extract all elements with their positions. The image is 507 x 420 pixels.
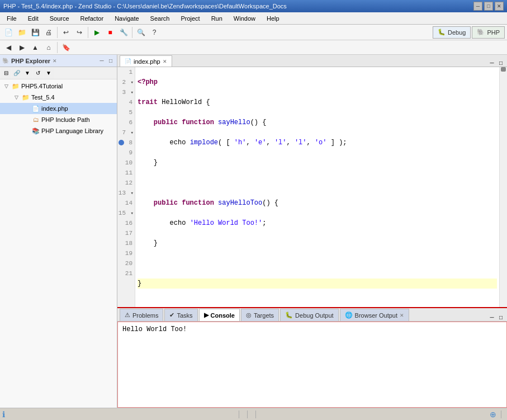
token: } [138, 158, 158, 168]
line-7: 7▾ [117, 128, 135, 138]
menu-item-help[interactable]: Help [262, 14, 284, 23]
editor-minimize-button[interactable]: ─ [488, 59, 496, 67]
link-editor-button[interactable]: 🔗 [12, 68, 22, 78]
save-button[interactable]: 💾 [29, 26, 41, 39]
tab-close-button[interactable]: ✕ [163, 59, 167, 64]
token: , [287, 138, 295, 148]
token [138, 117, 154, 128]
bottom-maximize-button[interactable]: □ [497, 313, 505, 321]
back-button[interactable]: ◀ [2, 41, 15, 54]
forward-button[interactable]: ▶ [16, 41, 28, 54]
token: ( [ [218, 138, 234, 148]
menu-item-navigate[interactable]: Navigate [110, 14, 143, 23]
browser-output-icon: 🌐 [345, 312, 353, 319]
editor-maximize-button[interactable]: □ [497, 59, 505, 67]
sidebar-header: 🐘 PHP Explorer ✕ ─ □ [0, 55, 117, 67]
bottom-panel: ⚠ Problems ✔ Tasks ▶ Console ◎ Targets 🐛 [117, 307, 507, 408]
menu-item-search[interactable]: Search [146, 14, 174, 23]
menu-item-run[interactable]: Run [207, 14, 227, 23]
help-button[interactable]: ? [148, 26, 160, 39]
print-button[interactable]: 🖨 [42, 26, 55, 39]
expand-placeholder [22, 105, 30, 112]
sidebar-item-php54tutorial[interactable]: ▽ 📁 PHP5.4Tutorial [0, 81, 117, 92]
php-mode-button[interactable]: 🐘 PHP [472, 26, 505, 39]
undo-button[interactable]: ↩ [60, 26, 72, 39]
bookmark-button[interactable]: 🔖 [60, 41, 72, 54]
tab-debug-output[interactable]: 🐛 Debug Output [280, 309, 339, 321]
code-row-2: trait HelloWorld { [138, 97, 497, 107]
tab-label: Targets [254, 312, 274, 319]
tab-problems[interactable]: ⚠ Problems [120, 309, 163, 321]
line-5: 5 [117, 107, 135, 117]
collapse-all-button[interactable]: ⊟ [1, 68, 11, 78]
lib-icon: 📚 [31, 126, 40, 135]
sidebar-item-include-path[interactable]: 🗂 PHP Include Path [0, 114, 117, 125]
up-button[interactable]: ▲ [29, 41, 41, 54]
filter-button[interactable]: ▼ [22, 68, 32, 78]
menu-item-project[interactable]: Project [176, 14, 204, 23]
code-content[interactable]: <?php trait HelloWorld { public function… [135, 67, 499, 307]
code-row-3: public function sayHello() { [138, 117, 497, 128]
menu-item-edit[interactable]: Edit [23, 14, 43, 23]
more-button[interactable]: ▼ [44, 68, 54, 78]
sep3 [132, 27, 132, 38]
tab-close-icon: ✕ [400, 313, 404, 318]
code-scrollbar[interactable] [499, 67, 507, 307]
token: echo [138, 218, 190, 228]
search-button[interactable]: 🔍 [135, 26, 147, 39]
sidebar-item-indexphp[interactable]: 📄 index.php [0, 103, 117, 114]
close-button[interactable]: ✕ [495, 2, 504, 11]
expand-icon: ▽ [12, 93, 20, 101]
token: 'h' [234, 138, 247, 148]
editor-area: 📄 index.php ✕ ─ □ 1 2▾ 3▾ 4 5 6 7▾ [117, 55, 507, 307]
code-row-4: echo implode( [ 'h', 'e', 'l', 'l', 'o' … [138, 138, 497, 148]
tab-browser-output[interactable]: 🌐 Browser Output ✕ [340, 309, 409, 321]
menu-item-window[interactable]: Window [229, 14, 260, 23]
debug-mode-button[interactable]: 🐛 Debug [433, 26, 471, 39]
token: 'l' [295, 138, 307, 148]
menu-item-file[interactable]: File [2, 14, 21, 23]
php-icon: 🐘 [477, 29, 485, 36]
new-button[interactable]: 📄 [2, 26, 15, 39]
status-sep2 [247, 410, 248, 418]
sidebar-item-lang-lib[interactable]: 📚 PHP Language Library [0, 125, 117, 136]
token: trait [138, 97, 162, 107]
line-8: 8 [117, 138, 135, 148]
tab-indexphp[interactable]: 📄 index.php ✕ [120, 55, 172, 67]
tab-console[interactable]: ▶ Console [199, 309, 240, 321]
status-center [235, 410, 259, 418]
line-21: 21 [117, 268, 135, 279]
sidebar-minimize-button[interactable]: ─ [98, 57, 106, 65]
php-label: PHP [487, 29, 500, 36]
line-17: 17 [117, 228, 135, 238]
bottom-minimize-button[interactable]: ─ [488, 313, 496, 321]
tab-tasks[interactable]: ✔ Tasks [164, 309, 197, 321]
refresh-button[interactable]: ↺ [33, 68, 43, 78]
sidebar-item-test54[interactable]: ▽ 📁 Test_5.4 [0, 92, 117, 103]
debug-run-button[interactable]: 🔧 [117, 26, 130, 39]
menu-item-source[interactable]: Source [45, 14, 74, 23]
code-row-5: } [138, 158, 497, 168]
bottom-panel-controls: ─ □ [488, 313, 505, 321]
console-text: Hello World Too! [122, 325, 187, 333]
home-button[interactable]: ⌂ [42, 41, 55, 54]
open-button[interactable]: 📁 [16, 26, 28, 39]
tab-targets[interactable]: ◎ Targets [241, 309, 279, 321]
expand-icon: ▽ [2, 82, 10, 90]
maximize-button[interactable]: □ [484, 2, 493, 11]
sidebar-maximize-button[interactable]: □ [107, 57, 115, 65]
status-sep3 [255, 410, 256, 418]
tree-label: PHP Include Path [41, 116, 90, 123]
token: , [266, 138, 274, 148]
minimize-button[interactable]: ─ [473, 2, 482, 11]
php-explorer-panel: 🐘 PHP Explorer ✕ ─ □ ⊟ 🔗 ▼ ↺ ▼ ▽ 📁 PHP5.… [0, 55, 117, 408]
code-row-9: } [138, 238, 497, 248]
menu-item-refactor[interactable]: Refactor [76, 14, 108, 23]
sidebar-controls[interactable]: ─ □ [98, 57, 115, 65]
run-button[interactable]: ▶ [91, 26, 103, 39]
line-9: 9 [117, 148, 135, 158]
stop-button[interactable]: ■ [104, 26, 116, 39]
token: () { [262, 198, 278, 208]
redo-button[interactable]: ↪ [73, 26, 86, 39]
window-controls[interactable]: ─ □ ✕ [473, 2, 504, 11]
